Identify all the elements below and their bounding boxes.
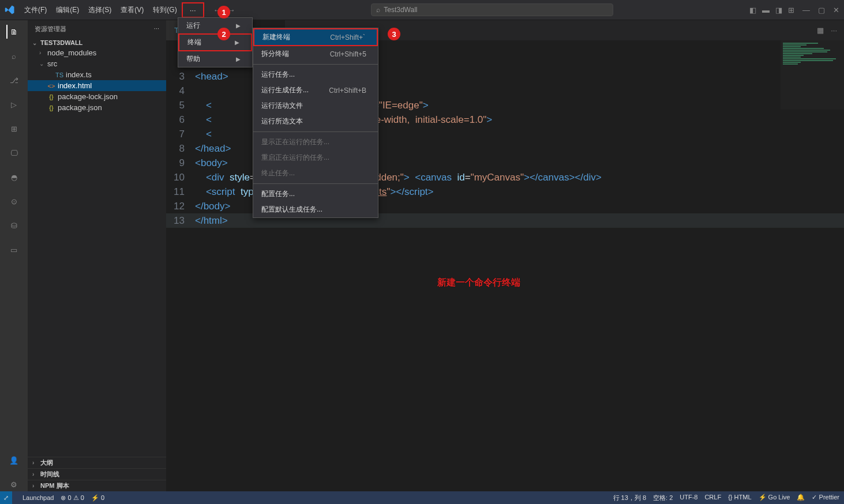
menu-item[interactable]: 文件(F) [20, 3, 51, 17]
annotation-text: 新建一个命令行终端 [437, 277, 520, 289]
status-item[interactable]: CRLF [704, 494, 721, 502]
submenu-item[interactable]: 配置默认生成任务... [253, 202, 378, 217]
activity-bar: 🗎 ⌕ ⎇ ▷ ⊞ 🖵 ◓ ⊙ ⛁ ▭ 👤 ⚙ [0, 20, 28, 491]
settings-gear-icon[interactable]: ⚙ [7, 477, 21, 491]
titlebar: 文件(F)编辑(E)选择(S)查看(V)转到(G) ··· ← → ⌕ Test… [0, 0, 844, 20]
status-item[interactable]: ⊗ 0 ⚠ 0 [61, 494, 84, 502]
annotation-circle-2: 2 [217, 28, 230, 40]
accounts-icon[interactable]: 👤 [7, 453, 21, 467]
submenu-item: 重启正在运行的任务... [253, 150, 378, 166]
chevron-down-icon: ⌄ [32, 40, 38, 46]
remote-indicator[interactable]: ⤢ [0, 491, 12, 504]
submenu-item[interactable]: 运行所选文本 [253, 114, 378, 129]
remote-explorer-icon[interactable]: 🖵 [7, 146, 21, 160]
terminal-submenu: 新建终端Ctrl+Shift+`拆分终端Ctrl+Shift+5运行任务...运… [253, 28, 378, 218]
command-center-search[interactable]: ⌕ Test3dWall [371, 3, 613, 16]
sidebar-title: 资源管理器 ··· [28, 20, 166, 38]
annotation-circle-3: 3 [388, 28, 400, 40]
submenu-item: 显示正在运行的任务... [253, 134, 378, 150]
maximize-icon[interactable]: ▢ [818, 6, 825, 14]
layout-sidebar-right-icon[interactable]: ◨ [775, 6, 782, 14]
other-icon[interactable]: ▭ [7, 243, 21, 257]
project-name: TEST3DWALL [40, 39, 82, 46]
tab-action-icon[interactable]: ▦ [817, 26, 824, 35]
tree-item[interactable]: {}package.json [28, 102, 166, 113]
menu-item[interactable]: 转到(G) [148, 3, 181, 17]
vscode-icon [5, 5, 15, 15]
database-icon[interactable]: ⛁ [7, 219, 21, 232]
extensions-icon[interactable]: ⊞ [7, 122, 21, 136]
status-item[interactable]: ⚡ Go Live [759, 494, 790, 502]
project-root[interactable]: ⌄ TEST3DWALL [28, 38, 166, 47]
menu-more-button[interactable]: ··· [182, 2, 204, 18]
menu-item[interactable]: 帮助▶ [178, 51, 252, 67]
status-item[interactable]: ✓ Prettier [812, 494, 839, 502]
status-item[interactable]: 🔔 [797, 494, 805, 502]
tree-item[interactable]: {}package-lock.json [28, 91, 166, 102]
sidebar: 资源管理器 ··· ⌄ TEST3DWALL ›node_modules⌄src… [28, 20, 166, 491]
menu-bar: 文件(F)编辑(E)选择(S)查看(V)转到(G) [20, 3, 182, 17]
layout-sidebar-left-icon[interactable]: ◧ [749, 6, 756, 14]
status-item[interactable]: UTF-8 [680, 494, 697, 502]
main: 🗎 ⌕ ⎇ ▷ ⊞ 🖵 ◓ ⊙ ⛁ ▭ 👤 ⚙ 资源管理器 ··· ⌄ TEST… [0, 20, 844, 491]
layout-customize-icon[interactable]: ⊞ [788, 6, 794, 14]
tree-item[interactable]: <>index.html [28, 80, 166, 91]
status-item[interactable]: {} HTML [728, 494, 751, 502]
minimize-icon[interactable]: — [802, 6, 810, 14]
status-item[interactable]: 行 13，列 8 [613, 494, 646, 502]
tree-item[interactable]: ›node_modules [28, 47, 166, 58]
explorer-icon[interactable]: 🗎 [6, 25, 20, 39]
search-icon[interactable]: ⌕ [7, 49, 21, 63]
submenu-item[interactable]: 运行活动文件 [253, 98, 378, 114]
status-item[interactable]: Launchpad [22, 494, 54, 501]
window-controls: — ▢ ✕ [802, 6, 839, 14]
tab-more-icon[interactable]: ··· [831, 26, 837, 35]
submenu-item[interactable]: 新建终端Ctrl+Shift+` [253, 28, 378, 46]
menu-item[interactable]: 查看(V) [116, 3, 148, 17]
status-bar: ⤢ Launchpad⊗ 0 ⚠ 0⚡ 0 行 13，列 8空格: 2UTF-8… [0, 491, 844, 504]
status-right: 行 13，列 8空格: 2UTF-8CRLF{} HTML⚡ Go Live🔔✓… [613, 494, 839, 502]
submenu-item[interactable]: 拆分终端Ctrl+Shift+5 [253, 46, 378, 62]
minimap[interactable] [781, 40, 844, 110]
menu-item[interactable]: 运行▶ [178, 18, 252, 33]
submenu-item[interactable]: 运行生成任务...Ctrl+Shift+B [253, 82, 378, 98]
status-left: ⤢ Launchpad⊗ 0 ⚠ 0⚡ 0 [5, 491, 104, 504]
menu-item[interactable]: 编辑(E) [51, 3, 84, 17]
sidebar-section[interactable]: ›时间线 [28, 468, 166, 480]
testing-icon[interactable]: ⊙ [7, 194, 21, 208]
layout-panel-icon[interactable]: ▬ [762, 6, 770, 14]
sidebar-title-label: 资源管理器 [35, 25, 66, 33]
tree-item[interactable]: TSindex.ts [28, 69, 166, 80]
sidebar-more-icon[interactable]: ··· [154, 25, 159, 33]
submenu-item: 终止任务... [253, 166, 378, 181]
overflow-menu: 运行▶终端▶帮助▶ [178, 17, 253, 67]
sidebar-section[interactable]: ›大纲 [28, 457, 166, 468]
docker-icon[interactable]: ◓ [7, 170, 21, 184]
submenu-item[interactable]: 运行任务... [253, 67, 378, 82]
sidebar-bottom-sections: ›大纲›时间线›NPM 脚本 [28, 457, 166, 491]
submenu-item[interactable]: 配置任务... [253, 186, 378, 202]
menu-item[interactable]: 选择(S) [84, 3, 116, 17]
annotation-circle-1: 1 [217, 6, 230, 18]
source-control-icon[interactable]: ⎇ [7, 73, 21, 87]
layout-icons: ◧ ▬ ◨ ⊞ [749, 6, 794, 14]
run-debug-icon[interactable]: ▷ [7, 97, 21, 111]
search-icon: ⌕ [376, 6, 380, 14]
status-item[interactable]: 空格: 2 [653, 494, 673, 502]
search-placeholder: Test3dWall [384, 6, 417, 14]
status-item[interactable]: ⚡ 0 [91, 494, 104, 502]
file-tree: ›node_modules⌄srcTSindex.ts<>index.html{… [28, 47, 166, 457]
menu-item[interactable]: 终端▶ [178, 33, 252, 51]
sidebar-section[interactable]: ›NPM 脚本 [28, 480, 166, 491]
close-icon[interactable]: ✕ [833, 6, 839, 14]
tree-item[interactable]: ⌄src [28, 58, 166, 69]
